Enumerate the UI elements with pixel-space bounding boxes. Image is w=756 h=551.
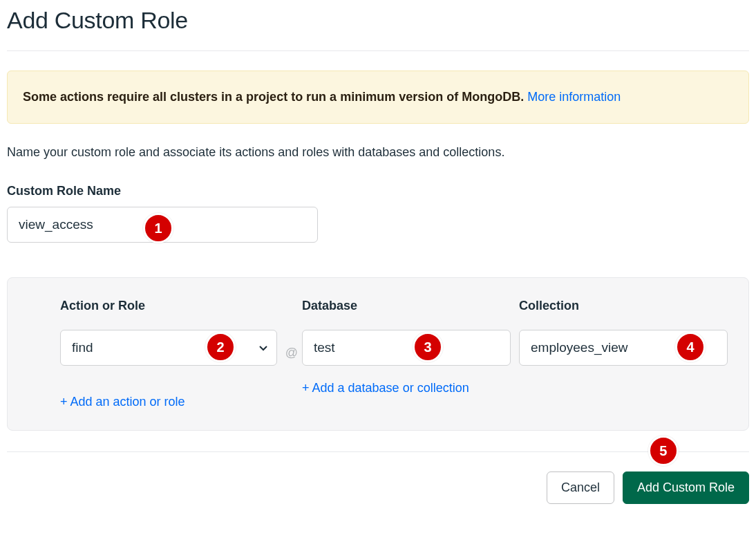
callout-marker-3: 3 xyxy=(413,332,443,362)
callout-marker-1: 1 xyxy=(143,213,173,243)
add-database-collection-link[interactable]: + Add a database or collection xyxy=(302,381,728,395)
at-separator: @ xyxy=(281,299,302,360)
banner-bold-text: Some actions require all clusters in a p… xyxy=(23,90,524,104)
info-banner: Some actions require all clusters in a p… xyxy=(7,71,749,124)
collection-column-header: Collection xyxy=(519,299,728,313)
add-custom-role-button[interactable]: Add Custom Role xyxy=(623,471,749,504)
divider xyxy=(7,50,749,51)
database-column-header: Database xyxy=(302,299,511,313)
footer-actions: Cancel Add Custom Role 5 xyxy=(7,451,749,504)
more-information-link[interactable]: More information xyxy=(527,90,621,104)
form-description: Name your custom role and associate its … xyxy=(7,143,749,162)
database-input[interactable] xyxy=(302,330,511,366)
callout-marker-5: 5 xyxy=(648,436,679,466)
role-name-label: Custom Role Name xyxy=(7,184,749,198)
action-column-header: Action or Role xyxy=(60,299,277,313)
callout-marker-4: 4 xyxy=(675,332,706,362)
cancel-button[interactable]: Cancel xyxy=(547,471,614,504)
add-action-link[interactable]: + Add an action or role xyxy=(60,395,185,409)
action-select[interactable]: find xyxy=(60,330,277,366)
page-title: Add Custom Role xyxy=(7,7,749,34)
permissions-card: Action or Role find 2 + Add an action or… xyxy=(7,277,749,431)
callout-marker-2: 2 xyxy=(205,332,236,362)
